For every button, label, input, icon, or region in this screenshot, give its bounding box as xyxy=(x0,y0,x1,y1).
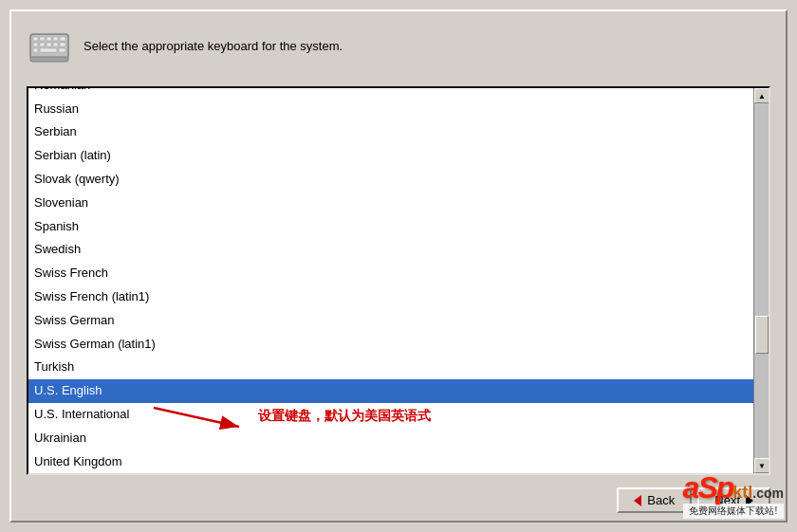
list-item[interactable]: Spanish xyxy=(28,215,753,239)
svg-rect-14 xyxy=(59,48,65,52)
svg-rect-7 xyxy=(33,43,38,46)
list-item[interactable]: Ukrainian xyxy=(28,427,753,450)
list-item[interactable]: Swiss German (latin1) xyxy=(28,333,753,357)
asp-brand: aSp xyxy=(683,470,733,504)
svg-rect-11 xyxy=(60,43,65,46)
header: Select the appropriate keyboard for the … xyxy=(11,11,786,83)
list-item[interactable]: U.S. English xyxy=(28,379,753,403)
list-item[interactable]: Turkish xyxy=(28,356,753,379)
list-item[interactable]: Swiss French (latin1) xyxy=(28,285,753,309)
list-item[interactable]: Serbian xyxy=(28,120,753,144)
keyboard-icon xyxy=(27,23,83,71)
svg-rect-13 xyxy=(40,48,57,52)
site-name: ktl xyxy=(732,483,752,502)
annotation-arrow xyxy=(144,398,258,436)
svg-rect-9 xyxy=(46,43,51,46)
scrollbar[interactable]: ▲ ▼ xyxy=(753,88,769,473)
svg-rect-6 xyxy=(60,37,65,41)
site-tagline: 免费网络媒体下载站! xyxy=(683,504,784,519)
svg-rect-1 xyxy=(30,57,68,62)
dialog: Select the appropriate keyboard for the … xyxy=(9,9,788,523)
list-item[interactable]: Russian xyxy=(28,98,753,121)
svg-line-16 xyxy=(154,408,239,427)
scroll-thumb[interactable] xyxy=(755,316,769,354)
header-text: Select the appropriate keyboard for the … xyxy=(83,38,343,55)
list-item[interactable]: Swiss German xyxy=(28,309,753,333)
site-tld: .com xyxy=(752,486,784,501)
svg-rect-4 xyxy=(46,37,51,41)
annotation-text: 设置键盘，默认为美国英语式 xyxy=(258,408,431,425)
svg-rect-12 xyxy=(33,48,38,52)
svg-rect-2 xyxy=(33,37,38,41)
list-item[interactable]: Slovenian xyxy=(28,192,753,215)
scroll-up-button[interactable]: ▲ xyxy=(754,88,769,103)
svg-rect-3 xyxy=(40,37,45,41)
list-item[interactable]: Slovak (qwerty) xyxy=(28,168,753,192)
svg-rect-10 xyxy=(53,43,58,46)
scroll-track[interactable] xyxy=(754,103,769,458)
list-item[interactable]: Romanian xyxy=(28,88,753,98)
watermark-badge: aSpktl.com 免费网络媒体下载站! xyxy=(586,459,786,521)
svg-rect-5 xyxy=(53,37,58,41)
svg-rect-8 xyxy=(40,43,45,46)
list-item[interactable]: Swiss French xyxy=(28,262,753,285)
list-item[interactable]: Swedish xyxy=(28,238,753,262)
list-item[interactable]: Serbian (latin) xyxy=(28,144,753,168)
